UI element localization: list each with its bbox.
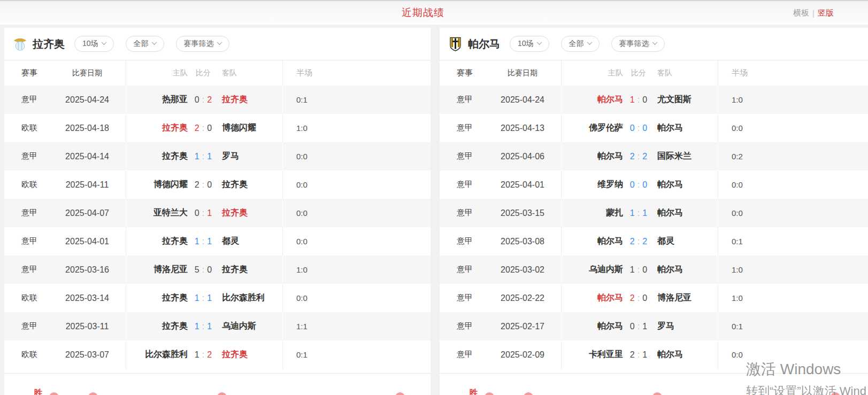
home-team: 帕尔马 [562, 236, 623, 247]
score-colon: : [199, 293, 207, 303]
team-name: 帕尔马 [468, 37, 500, 51]
home-team: 卡利亚里 [562, 349, 623, 360]
score-cell: 1:1 [188, 322, 219, 331]
score-cell: 1:0 [623, 265, 654, 275]
halftime-cell: 0:0 [718, 123, 743, 133]
halftime-section: 0:0 [283, 199, 431, 227]
teams-score-section: 佛罗伦萨0:0帕尔马 [562, 114, 718, 142]
halftime-cell: 1:0 [718, 265, 743, 274]
score-cell: 1:1 [188, 293, 219, 303]
teams-score-section: 比尔森胜利1:2拉齐奥 [126, 340, 283, 369]
layout-link-vertical[interactable]: 竖版 [818, 8, 834, 18]
halftime-cell: 1:1 [283, 322, 308, 331]
score-cell: 0:1 [623, 322, 654, 331]
date-cell: 2025-03-16 [52, 265, 122, 275]
home-score: 0 [630, 322, 635, 331]
header-score: 比分 [623, 68, 654, 78]
score-cell: 2:1 [623, 350, 654, 360]
home-score: 2 [195, 123, 199, 133]
matches-filter-dropdown[interactable]: 10场 [510, 36, 549, 52]
matches-filter-dropdown[interactable]: 10场 [74, 36, 114, 52]
date-cell: 2025-03-11 [52, 322, 122, 331]
halftime-section: 0:2 [718, 142, 868, 171]
score-colon: : [635, 350, 642, 359]
date-cell: 2025-04-14 [52, 152, 122, 161]
away-team: 都灵 [654, 236, 718, 247]
match-info-section: 意甲2025-02-17 [440, 312, 562, 340]
layout-link-horizontal[interactable]: 横板 [793, 8, 809, 18]
score-cell: 1:2 [188, 350, 219, 360]
away-team: 拉齐奥 [219, 207, 282, 219]
score-colon: : [199, 180, 207, 189]
date-cell: 2025-02-09 [488, 350, 557, 360]
layout-separator: | [812, 9, 815, 18]
match-info-section: 意甲2025-04-24 [440, 86, 562, 114]
home-score: 2 [630, 152, 635, 161]
scope-filter-dropdown[interactable]: 全部 [561, 36, 600, 52]
away-team: 博德闪耀 [219, 122, 282, 134]
teams-score-section: 拉齐奥1:1比尔森胜利 [126, 284, 283, 312]
away-score: 1 [207, 237, 212, 246]
competition-cell: 意甲 [457, 180, 488, 190]
matches-filter-label: 10场 [518, 39, 534, 49]
header-date: 比赛日期 [52, 68, 122, 78]
halftime-cell: 0:2 [718, 152, 743, 161]
away-score: 0 [642, 123, 647, 133]
score-cell: 1:1 [188, 237, 219, 246]
table-row: 意甲2025-04-24热那亚0:2拉齐奥0:1 [4, 86, 431, 114]
home-team: 拉齐奥 [126, 236, 188, 247]
halftime-section: 0:1 [718, 227, 868, 255]
home-score: 2 [630, 237, 635, 246]
away-team: 帕尔马 [654, 207, 718, 219]
home-score: 0 [630, 180, 635, 189]
home-score: 1 [630, 208, 635, 218]
competition-cell: 意甲 [21, 151, 52, 161]
halftime-section: 0:0 [718, 114, 868, 142]
halftime-cell: 0:0 [718, 180, 743, 189]
competition-cell: 意甲 [457, 236, 488, 246]
match-info-section: 意甲2025-04-14 [4, 142, 126, 171]
team-name: 拉齐奥 [33, 37, 65, 51]
date-cell: 2025-03-07 [52, 350, 122, 360]
table-row: 意甲2025-04-13佛罗伦萨0:0帕尔马0:0 [440, 114, 868, 142]
away-team: 罗马 [219, 151, 282, 162]
scope-filter-dropdown[interactable]: 全部 [126, 36, 164, 52]
halftime-section: 1:0 [718, 255, 868, 284]
score-colon: : [199, 123, 207, 133]
teams-score-section: 帕尔马1:0尤文图斯 [562, 86, 718, 114]
matches-filter-label: 10场 [82, 39, 98, 49]
home-score: 1 [195, 152, 199, 161]
match-info-section: 欧联2025-03-14 [4, 284, 126, 312]
header-away: 客队 [654, 68, 718, 78]
table-row: 欧联2025-04-11博德闪耀2:0拉齐奥0:0 [4, 171, 431, 199]
home-score: 2 [630, 350, 635, 359]
away-team: 帕尔马 [654, 179, 718, 190]
table-row: 意甲2025-04-14拉齐奥1:1罗马0:0 [4, 142, 431, 171]
competition-cell: 意甲 [457, 265, 488, 275]
score-cell: 0:1 [188, 208, 219, 218]
away-score: 1 [642, 350, 647, 359]
competition-filter-dropdown[interactable]: 赛事筛选 [176, 36, 229, 52]
match-info-section: 意甲2025-02-09 [440, 340, 562, 369]
results-table-body: 意甲2025-04-24热那亚0:2拉齐奥0:1欧联2025-04-18拉齐奥2… [4, 86, 431, 369]
match-info-section: 意甲2025-04-01 [440, 171, 562, 199]
teams-score-section: 帕尔马2:0博洛尼亚 [562, 284, 718, 312]
header-half: 半场 [283, 68, 312, 78]
away-team: 拉齐奥 [219, 349, 282, 360]
home-team: 维罗纳 [562, 179, 623, 190]
score-cell: 0:2 [188, 95, 219, 105]
competition-cell: 意甲 [457, 321, 488, 331]
competition-filter-label: 赛事筛选 [184, 39, 214, 49]
away-team: 乌迪内斯 [219, 321, 282, 332]
table-row: 欧联2025-04-18拉齐奥2:0博德闪耀1:0 [4, 114, 431, 142]
away-team: 帕尔马 [654, 122, 718, 134]
score-colon: : [199, 322, 207, 331]
halftime-cell: 0:0 [718, 350, 743, 359]
teams-score-section: 亚特兰大0:1拉齐奥 [126, 199, 283, 227]
summary-dot [88, 392, 98, 395]
table-row: 意甲2025-02-17帕尔马0:1罗马0:1 [440, 312, 868, 340]
top-bar: 近期战绩 横板 | 竖版 [0, 0, 868, 25]
competition-filter-dropdown[interactable]: 赛事筛选 [611, 36, 665, 52]
panels-container: 拉齐奥 10场 全部 赛事筛选 赛事 比赛日期 主队 比分 客队 半场 意甲20… [4, 28, 868, 395]
halftime-cell: 1:0 [718, 293, 743, 303]
